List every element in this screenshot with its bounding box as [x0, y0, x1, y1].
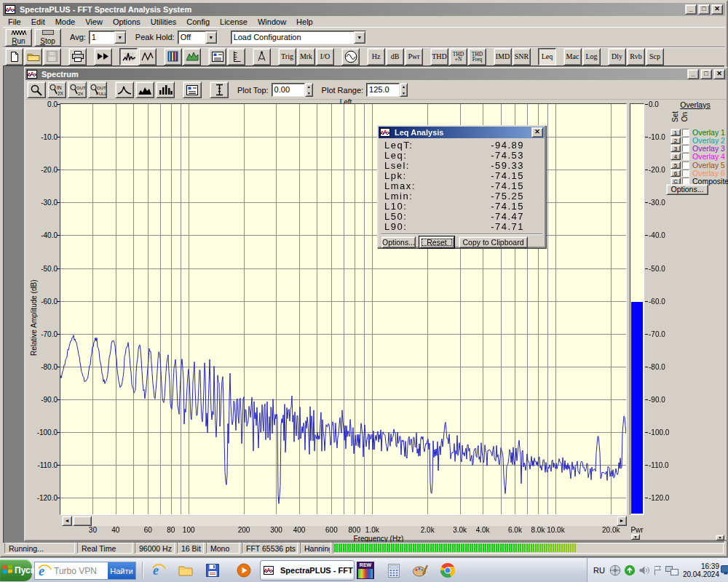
peak-hold-combo[interactable]: Off ▼: [178, 31, 218, 44]
close-button[interactable]: ✕: [713, 69, 725, 79]
search-go-button[interactable]: Найти: [108, 562, 135, 579]
load-configuration-combo[interactable]: Load Configuration ▼: [231, 31, 366, 44]
logging-button[interactable]: Log: [582, 48, 601, 65]
display-options-button[interactable]: [208, 48, 226, 65]
calipers-button[interactable]: [253, 48, 271, 65]
chevron-down-icon[interactable]: ▼: [354, 31, 365, 44]
media-player-icon[interactable]: [236, 562, 252, 578]
menu-edit[interactable]: Edit: [26, 17, 50, 27]
imd-button[interactable]: IMD: [494, 48, 512, 65]
new-file-button[interactable]: [5, 48, 23, 65]
overlay-set-button-1[interactable]: 1: [670, 129, 681, 136]
fast-forward-button[interactable]: [94, 48, 112, 65]
corner-widget[interactable]: ▾: [631, 534, 640, 540]
rew-icon[interactable]: REW: [357, 562, 374, 579]
run-button[interactable]: Run: [5, 28, 32, 47]
menu-help[interactable]: Help: [291, 17, 318, 27]
avg-combo[interactable]: 1 ▼: [89, 31, 127, 44]
maximize-button[interactable]: □: [698, 4, 710, 15]
spectrum-view-button[interactable]: [119, 48, 138, 65]
overlay-set-button-6[interactable]: 6: [670, 170, 681, 177]
start-button[interactable]: Пуск: [0, 559, 32, 581]
thd-freq-button[interactable]: THDFreq: [468, 48, 486, 65]
search-band[interactable]: e Turbo VPN Найти: [34, 562, 136, 580]
minimize-button[interactable]: _: [687, 69, 699, 79]
overlay-checkbox-5[interactable]: [682, 162, 689, 169]
menu-mode[interactable]: Mode: [50, 17, 81, 27]
markers-button[interactable]: Mrk: [297, 48, 315, 65]
volume-icon[interactable]: [638, 565, 650, 575]
db-units-button[interactable]: dB: [386, 48, 404, 65]
print-button[interactable]: [68, 48, 87, 65]
maximize-button[interactable]: □: [700, 69, 712, 79]
stop-button[interactable]: Stop: [34, 28, 61, 47]
magnifier-icon[interactable]: [27, 81, 46, 98]
filled-plot-button[interactable]: [135, 81, 154, 98]
menu-options[interactable]: Options: [108, 17, 146, 27]
zoom-out-2x-button[interactable]: OUT2X: [68, 81, 87, 98]
ie-icon[interactable]: e: [151, 562, 167, 578]
overlay-checkbox-6[interactable]: [682, 170, 689, 177]
paint-icon[interactable]: [412, 562, 428, 578]
plot-top-spinner[interactable]: ▲▼: [305, 83, 313, 97]
update-icon[interactable]: [624, 565, 636, 576]
scrollbar-thumb[interactable]: [73, 516, 92, 526]
thd-button[interactable]: THD: [430, 48, 448, 65]
overlay-set-button-2[interactable]: 2: [670, 137, 681, 144]
plot-range-spinner[interactable]: ▲▼: [400, 83, 408, 97]
surface-view-button[interactable]: [183, 48, 201, 65]
calculator-icon[interactable]: [386, 562, 402, 578]
overlay-checkbox-4[interactable]: [682, 153, 689, 160]
open-file-button[interactable]: [24, 48, 42, 65]
thd-n-button[interactable]: THD+N: [449, 48, 467, 65]
io-device-button[interactable]: I/O: [316, 48, 334, 65]
close-button[interactable]: ✕: [711, 4, 723, 15]
spectrogram-view-button[interactable]: [164, 48, 182, 65]
reverb-button[interactable]: Rvb: [627, 48, 645, 65]
floppy-icon[interactable]: [205, 562, 221, 578]
chevron-down-icon[interactable]: ▼: [205, 31, 217, 44]
leq-button[interactable]: Leq: [538, 48, 556, 65]
overlay-checkbox-3[interactable]: [682, 145, 689, 152]
overlay-set-button-5[interactable]: 5: [670, 162, 681, 169]
overlay-checkbox-1[interactable]: [682, 129, 689, 136]
overlay-set-button-4[interactable]: 4: [670, 153, 681, 160]
menu-file[interactable]: File: [3, 17, 26, 27]
menu-utilities[interactable]: Utilities: [146, 17, 181, 27]
time-series-view-button[interactable]: [138, 48, 157, 65]
menu-license[interactable]: License: [215, 17, 253, 27]
zoom-out-full-button[interactable]: OUTFULL: [88, 81, 107, 98]
menu-view[interactable]: View: [80, 17, 108, 27]
overlay-options-button[interactable]: Options...: [666, 184, 708, 195]
close-icon[interactable]: ✕: [531, 127, 543, 137]
chrome-icon[interactable]: [440, 562, 456, 578]
bar-plot-button[interactable]: [156, 81, 175, 98]
scroll-left-arrow-icon[interactable]: ◄: [62, 516, 72, 526]
menu-config[interactable]: Config: [181, 17, 215, 27]
network-icon[interactable]: [665, 565, 678, 575]
frequency-scrollbar[interactable]: ◄ ►: [62, 516, 627, 526]
wheel-icon[interactable]: [609, 565, 621, 576]
line-plot-button[interactable]: [115, 81, 134, 98]
chevron-down-icon[interactable]: ▼: [114, 31, 126, 44]
plot-range-input[interactable]: 125.0: [366, 83, 400, 97]
overlay-checkbox-2[interactable]: [682, 137, 689, 144]
folder-icon[interactable]: [178, 562, 194, 578]
leq-options-button[interactable]: Options...: [381, 236, 416, 248]
save-file-button[interactable]: [43, 48, 61, 65]
zoom-in-2x-button[interactable]: IN2X: [47, 81, 66, 98]
autoscale-button[interactable]: [210, 81, 229, 98]
hz-units-button[interactable]: Hz: [367, 48, 385, 65]
display-options-button[interactable]: [183, 81, 202, 98]
scroll-right-arrow-icon[interactable]: ►: [617, 516, 627, 526]
taskbar-task-spectraplus[interactable]: SpectraPLUS - FFT ...: [260, 560, 355, 581]
overlay-set-button-3[interactable]: 3: [670, 145, 681, 152]
trigger-button[interactable]: Trig: [278, 48, 296, 65]
show-desktop-icon[interactable]: [721, 565, 728, 575]
leq-reset-button[interactable]: Reset: [419, 236, 454, 248]
flag-icon[interactable]: [653, 565, 662, 575]
search-input[interactable]: Turbo VPN: [52, 566, 108, 576]
language-indicator[interactable]: RU: [593, 566, 605, 575]
snr-button[interactable]: SNR: [513, 48, 531, 65]
leq-copy-button[interactable]: Copy to Clipboard: [459, 236, 528, 248]
